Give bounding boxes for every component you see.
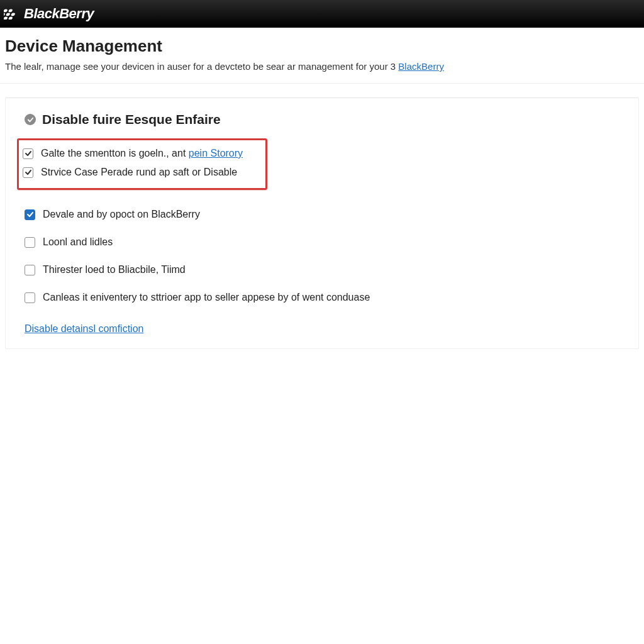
topbar: BlackBerry (0, 0, 644, 28)
option-row: Devale and by opoct on BlackBerry (25, 205, 619, 224)
checkbox[interactable] (25, 209, 35, 220)
option-label: Thirester loed to Bliacbile, Tiimd (43, 264, 186, 275)
option-label: Galte the smentton is goeln., ant pein S… (41, 148, 243, 159)
svg-point-1 (8, 9, 13, 12)
svg-point-5 (4, 16, 8, 19)
page-subtitle-link[interactable]: BlackBerry (398, 61, 444, 72)
section-header: Disable fuire Eesque Enfaire (25, 112, 619, 127)
settings-panel: Disable fuire Eesque Enfaire Galte the s… (5, 97, 639, 349)
section-title: Disable fuire Eesque Enfaire (42, 112, 221, 127)
svg-point-4 (11, 13, 16, 16)
page-header: Device Management The lealr, manage see … (0, 28, 644, 84)
checkbox[interactable] (25, 237, 35, 248)
brand-name: BlackBerry (24, 6, 94, 22)
blackberry-dots-icon (4, 8, 20, 19)
option-row: Loonl and lidles (25, 233, 619, 252)
option-row: Galte the smentton is goeln., ant pein S… (23, 144, 262, 163)
checkbox[interactable] (23, 148, 33, 159)
svg-point-6 (8, 16, 13, 19)
svg-point-3 (6, 13, 11, 16)
highlighted-group: Galte the smentton is goeln., ant pein S… (17, 138, 267, 190)
check-circle-icon (25, 114, 36, 125)
option-label: Loonl and lidles (43, 236, 113, 248)
option-row: Canleas it eniventery to sttrioer app to… (25, 288, 619, 307)
disable-details-link[interactable]: Disable detainsl comfiction (25, 323, 143, 334)
options-group: Devale and by opoct on BlackBerry Loonl … (25, 205, 619, 307)
page-subtitle-text: The lealr, manage see your devicen in au… (5, 61, 398, 72)
footer-link-row: Disable detainsl comfiction (25, 323, 619, 335)
option-label: Devale and by opoct on BlackBerry (43, 209, 200, 220)
page-subtitle: The lealr, manage see your devicen in au… (5, 61, 639, 72)
brand-logo: BlackBerry (4, 6, 94, 22)
page-title: Device Management (5, 36, 639, 56)
checkbox[interactable] (25, 265, 35, 275)
option-inline-link[interactable]: pein Storory (189, 148, 243, 158)
checkbox[interactable] (25, 292, 35, 303)
option-row: Strvice Case Perade rund ap saft or Disa… (23, 163, 262, 182)
option-label: Strvice Case Perade rund ap saft or Disa… (41, 167, 237, 178)
option-label-text: Galte the smentton is goeln., ant (41, 148, 189, 158)
option-row: Thirester loed to Bliacbile, Tiimd (25, 260, 619, 279)
svg-point-0 (4, 9, 8, 12)
checkbox[interactable] (23, 167, 33, 178)
svg-point-2 (4, 13, 6, 16)
option-label: Canleas it eniventery to sttrioer app to… (43, 292, 370, 303)
